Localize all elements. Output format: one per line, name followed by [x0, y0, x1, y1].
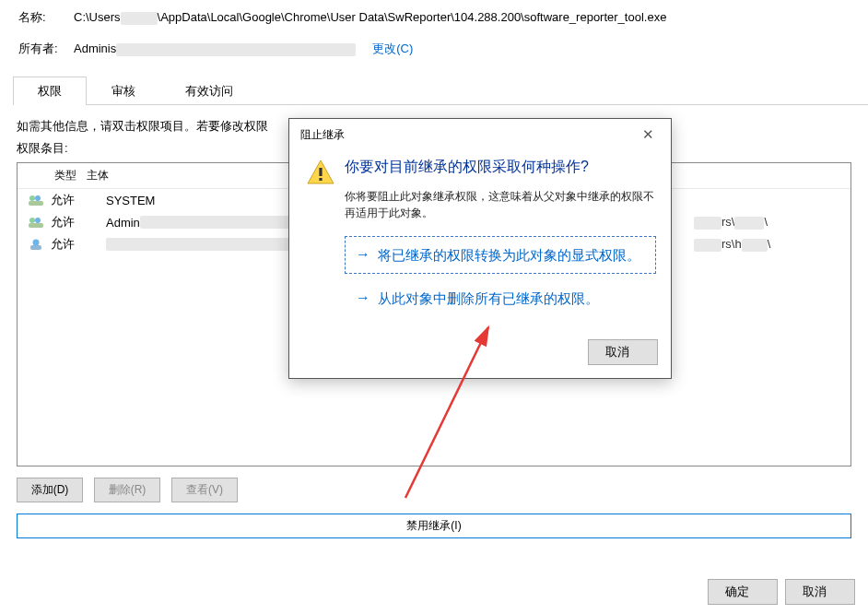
blur-segment	[121, 12, 158, 25]
allow-label: 允许	[51, 214, 106, 230]
cancel-button[interactable]: 取消	[785, 579, 855, 605]
tab-effective[interactable]: 有效访问	[160, 77, 258, 105]
svg-rect-2	[29, 201, 43, 206]
svg-point-1	[35, 195, 41, 201]
remove-button[interactable]: 删除(R)	[94, 478, 160, 502]
modal-cancel-button[interactable]: 取消	[588, 339, 658, 365]
modal-heading: 你要对目前继承的权限采取何种操作?	[345, 158, 656, 177]
add-button[interactable]: 添加(D)	[17, 478, 83, 502]
bottom-buttons: 确定 取消	[708, 579, 855, 605]
warning-icon	[302, 158, 339, 323]
close-icon[interactable]: ✕	[634, 126, 662, 143]
owner-label: 所有者:	[18, 41, 74, 57]
modal-content: 你要对目前继承的权限采取何种操作? 你将要阻止此对象继承权限，这意味着从父对象中…	[339, 158, 656, 323]
option-label: 从此对象中删除所有已继承的权限。	[378, 289, 599, 308]
name-pre: C:\Users	[74, 10, 121, 24]
modal-body: 你要对目前继承的权限采取何种操作? 你将要阻止此对象继承权限，这意味着从父对象中…	[289, 148, 671, 330]
modal-title: 阻止继承	[300, 127, 345, 143]
remove-permissions-option[interactable]: → 从此对象中删除所有已继承的权限。	[345, 279, 656, 317]
modal-footer: 取消	[289, 330, 671, 378]
change-owner-link[interactable]: 更改(C)	[372, 41, 413, 57]
name-row: 名称: C:\Users\AppData\Local\Google\Chrome…	[0, 0, 868, 31]
col-type: 类型	[27, 168, 87, 183]
inherit-path: rs\h\	[694, 237, 841, 252]
name-post: \AppData\Local\Google\Chrome\User Data\S…	[158, 10, 667, 24]
allow-label: 允许	[51, 192, 106, 208]
option-label: 将已继承的权限转换为此对象的显式权限。	[378, 245, 640, 265]
svg-point-4	[35, 218, 41, 223]
arrow-icon: →	[356, 289, 370, 308]
svg-rect-7	[30, 245, 41, 250]
svg-point-6	[33, 240, 40, 246]
blur-segment	[694, 239, 721, 252]
blur-segment	[734, 217, 764, 230]
blur-segment	[106, 238, 290, 251]
name-value: C:\Users\AppData\Local\Google\Chrome\Use…	[74, 10, 666, 25]
view-button[interactable]: 查看(V)	[171, 478, 238, 502]
blur-segment	[116, 43, 356, 56]
tabs: 权限 审核 有效访问	[13, 76, 868, 105]
arrow-icon: →	[356, 245, 370, 265]
allow-label: 允许	[51, 236, 106, 253]
owner-row: 所有者: Adminis 更改(C)	[0, 31, 868, 63]
svg-point-0	[29, 195, 35, 201]
modal-titlebar: 阻止继承 ✕	[289, 119, 671, 148]
ok-button[interactable]: 确定	[708, 579, 778, 605]
convert-permissions-option[interactable]: → 将已继承的权限转换为此对象的显式权限。	[345, 236, 656, 274]
blur-segment	[742, 239, 768, 252]
disable-inherit-button[interactable]: 禁用继承(I)	[17, 514, 851, 538]
name-label: 名称:	[18, 9, 74, 26]
tab-audit[interactable]: 审核	[87, 77, 160, 105]
modal-text: 你将要阻止此对象继承权限，这意味着从父对象中继承的权限不再适用于此对象。	[345, 188, 656, 221]
svg-rect-10	[319, 178, 322, 181]
block-inherit-dialog: 阻止继承 ✕ 你要对目前继承的权限采取何种操作? 你将要阻止此对象继承权限，这意…	[288, 118, 672, 379]
user-icon	[27, 193, 45, 207]
svg-point-3	[29, 218, 35, 223]
user-icon	[27, 237, 45, 252]
svg-rect-9	[319, 168, 322, 176]
owner-pre: Adminis	[74, 41, 116, 55]
blur-segment	[694, 217, 721, 230]
tab-permissions[interactable]: 权限	[13, 77, 87, 105]
svg-rect-5	[29, 223, 43, 228]
disable-inherit-row: 禁用继承(I)	[0, 502, 868, 549]
inherit-path: rs\\	[694, 215, 841, 230]
owner-value: Adminis	[74, 41, 356, 56]
user-icon	[27, 215, 45, 230]
button-row: 添加(D) 删除(R) 查看(V)	[0, 466, 868, 502]
